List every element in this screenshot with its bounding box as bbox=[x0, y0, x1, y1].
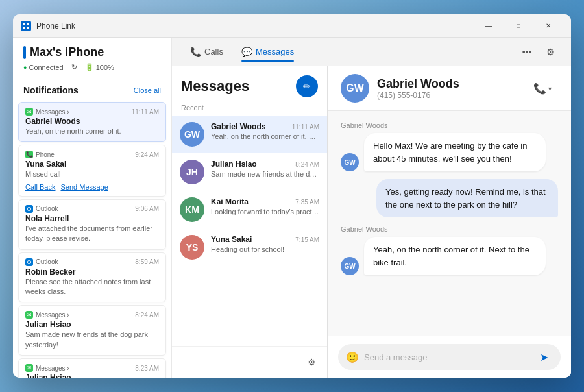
messages-panel-title: Messages bbox=[181, 78, 249, 95]
msg-preview-1: Yeah, on the north corner of it. Next to… bbox=[211, 132, 319, 141]
device-status: ● Connected ↻ 🔋 100% bbox=[23, 63, 161, 71]
emoji-button[interactable]: 🙂 bbox=[346, 351, 359, 363]
avatar-yuna: YS bbox=[180, 235, 204, 260]
messages-section-label: Recent bbox=[172, 101, 327, 116]
msg-time-4: 7:15 AM bbox=[295, 236, 319, 243]
phone-icon: 📞 bbox=[25, 151, 33, 158]
notif-item-6[interactable]: ✉ Messages › 8:23 AM Julian Hsiao Thanks… bbox=[18, 358, 166, 378]
minimize-button[interactable]: — bbox=[474, 16, 504, 36]
messages-settings-button[interactable]: ⚙ bbox=[301, 352, 322, 373]
battery-label: 100% bbox=[96, 64, 114, 71]
chat-contact-info: Gabriel Woods (415) 555-0176 bbox=[377, 77, 459, 100]
avatar-gabriel: GW bbox=[180, 122, 204, 147]
chat-contact-phone: (415) 555-0176 bbox=[377, 91, 459, 100]
conversation-gabriel-woods[interactable]: GW Gabriel Woods 11:11 AM Yeah, on the n… bbox=[172, 116, 327, 153]
msg-preview-3: Looking forward to today's practice! bbox=[211, 207, 319, 217]
msg-content-4: Yuna Sakai 7:15 AM Heading out for schoo… bbox=[211, 235, 319, 254]
notif-item-3[interactable]: O Outlook 9:06 AM Nola Harrell I've atta… bbox=[18, 199, 166, 250]
notif-preview-4: Please see the attached notes from last … bbox=[25, 277, 159, 297]
outlook-icon-2: O bbox=[25, 258, 33, 266]
notif-app-name-6: Messages › bbox=[36, 365, 69, 372]
main-layout: Max's iPhone ● Connected ↻ 🔋 100% bbox=[13, 38, 571, 378]
conversation-kai-morita[interactable]: KM Kai Morita 7:35 AM Looking forward to… bbox=[172, 191, 327, 228]
chat-header: GW Gabriel Woods (415) 555-0176 📞 ▾ bbox=[328, 66, 571, 111]
svg-rect-3 bbox=[27, 27, 29, 29]
battery-status: 🔋 100% bbox=[85, 63, 114, 71]
msg-content-1: Gabriel Woods 11:11 AM Yeah, on the nort… bbox=[211, 122, 319, 141]
notif-app-name-5: Messages › bbox=[36, 312, 69, 319]
chevron-down-icon: ▾ bbox=[548, 85, 552, 92]
tab-calls[interactable]: 📞 Calls bbox=[182, 43, 231, 61]
device-header: Max's iPhone ● Connected ↻ 🔋 100% bbox=[13, 38, 171, 77]
chat-contact-name: Gabriel Woods bbox=[377, 77, 459, 91]
msg-sender-label-1: Gabriel Woods bbox=[341, 121, 558, 129]
device-name-text: Max's iPhone bbox=[30, 45, 104, 59]
notif-preview-1: Yeah, on the north corner of it. bbox=[25, 127, 159, 136]
new-message-button[interactable]: ✏ bbox=[296, 75, 318, 97]
bubble-row-3: GW Yeah, on the north corner of it. Next… bbox=[341, 237, 558, 275]
maximize-button[interactable]: □ bbox=[504, 16, 533, 36]
call-back-button[interactable]: Call Back bbox=[25, 183, 55, 191]
msg-content-2: Julian Hsiao 8:24 AM Sam made new friend… bbox=[211, 160, 319, 179]
connected-label: Connected bbox=[29, 64, 63, 71]
notif-item-1[interactable]: ✉ Messages › 11:11 AM Gabriel Woods Yeah… bbox=[18, 102, 166, 142]
tabs: 📞 Calls 💬 Messages bbox=[182, 43, 302, 61]
message-input[interactable] bbox=[364, 352, 529, 362]
titlebar: Phone Link — □ ✕ bbox=[13, 14, 571, 38]
window-controls: — □ ✕ bbox=[474, 16, 563, 36]
notif-app-6: ✉ Messages › bbox=[25, 364, 69, 372]
messages-list-header: Messages ✏ bbox=[172, 66, 327, 101]
chat-panel: GW Gabriel Woods (415) 555-0176 📞 ▾ bbox=[328, 66, 571, 378]
notif-sender-6: Julian Hsiao bbox=[25, 373, 159, 378]
settings-button[interactable]: ⚙ bbox=[540, 42, 561, 62]
chat-msg-group-3: Gabriel Woods GW Yeah, on the north corn… bbox=[341, 225, 558, 275]
svg-rect-2 bbox=[23, 27, 25, 29]
svg-rect-1 bbox=[27, 23, 29, 25]
send-button[interactable]: ➤ bbox=[535, 348, 553, 366]
more-options-button[interactable]: ••• bbox=[517, 42, 537, 62]
notif-item-2[interactable]: 📞 Phone 9:24 AM Yuna Sakai Missed call C… bbox=[18, 145, 166, 196]
tab-bar: 📞 Calls 💬 Messages ••• ⚙ bbox=[172, 38, 571, 66]
sidebar: Max's iPhone ● Connected ↻ 🔋 100% bbox=[13, 38, 172, 378]
bubble-3: Yeah, on the north corner of it. Next to… bbox=[364, 237, 546, 275]
msg-sender-label-3: Gabriel Woods bbox=[341, 225, 558, 233]
msg-name-1: Gabriel Woods bbox=[211, 122, 265, 131]
window-title: Phone Link bbox=[36, 21, 75, 31]
connected-icon: ● bbox=[23, 64, 27, 71]
messages-list-footer: ⚙ bbox=[172, 346, 327, 378]
conversation-yuna-sakai[interactable]: YS Yuna Sakai 7:15 AM Heading out for sc… bbox=[172, 228, 327, 266]
msg-name-4: Yuna Sakai bbox=[211, 235, 252, 244]
outlook-icon: O bbox=[25, 205, 33, 213]
messages-tab-label: Messages bbox=[256, 47, 294, 56]
tab-actions: ••• ⚙ bbox=[517, 42, 561, 62]
messages-chat-layout: Messages ✏ Recent GW Gabriel Woods 11:11… bbox=[172, 66, 571, 378]
chat-input-box: 🙂 ➤ bbox=[338, 344, 561, 370]
notif-sender-2: Yuna Sakai bbox=[25, 160, 159, 169]
app-window: Phone Link — □ ✕ Max's iPhone ● Connecte… bbox=[13, 14, 571, 378]
tab-messages[interactable]: 💬 Messages bbox=[234, 43, 302, 61]
new-message-icon: ✏ bbox=[303, 81, 311, 92]
chat-msg-group-1: Gabriel Woods GW Hello Max! We are meeti… bbox=[341, 121, 558, 171]
notif-preview-3: I've attached the documents from earlier… bbox=[25, 224, 159, 244]
sync-status: ↻ bbox=[71, 63, 77, 71]
notif-app-2: 📞 Phone bbox=[25, 151, 55, 158]
notif-app-name-3: Outlook bbox=[36, 205, 58, 212]
content-area: 📞 Calls 💬 Messages ••• ⚙ bbox=[172, 38, 571, 378]
close-button[interactable]: ✕ bbox=[533, 16, 563, 36]
notif-sender-1: Gabriel Woods bbox=[25, 117, 159, 126]
msg-preview-2: Sam made new friends at the dog park yes… bbox=[211, 169, 319, 179]
notif-time-5: 8:24 AM bbox=[135, 312, 159, 319]
call-button[interactable]: 📞 ▾ bbox=[527, 79, 558, 99]
conversation-julian-hsiao[interactable]: JH Julian Hsiao 8:24 AM Sam made new fri… bbox=[172, 153, 327, 191]
call-icon: 📞 bbox=[533, 82, 546, 95]
send-message-button[interactable]: Send Message bbox=[60, 183, 108, 191]
notif-item-5[interactable]: ✉ Messages › 8:24 AM Julian Hsiao Sam ma… bbox=[18, 305, 166, 356]
clear-all-button[interactable]: Close all bbox=[134, 86, 161, 94]
notif-item-4[interactable]: O Outlook 8:59 AM Robin Becker Please se… bbox=[18, 252, 166, 303]
notif-sender-4: Robin Becker bbox=[25, 267, 159, 276]
notif-app-5: ✉ Messages › bbox=[25, 311, 69, 319]
battery-icon: 🔋 bbox=[85, 63, 94, 71]
messages-list: Messages ✏ Recent GW Gabriel Woods 11:11… bbox=[172, 66, 328, 378]
bubble-row-1: GW Hello Max! We are meeting by the cafe… bbox=[341, 133, 558, 171]
messages-tab-icon: 💬 bbox=[241, 47, 252, 57]
